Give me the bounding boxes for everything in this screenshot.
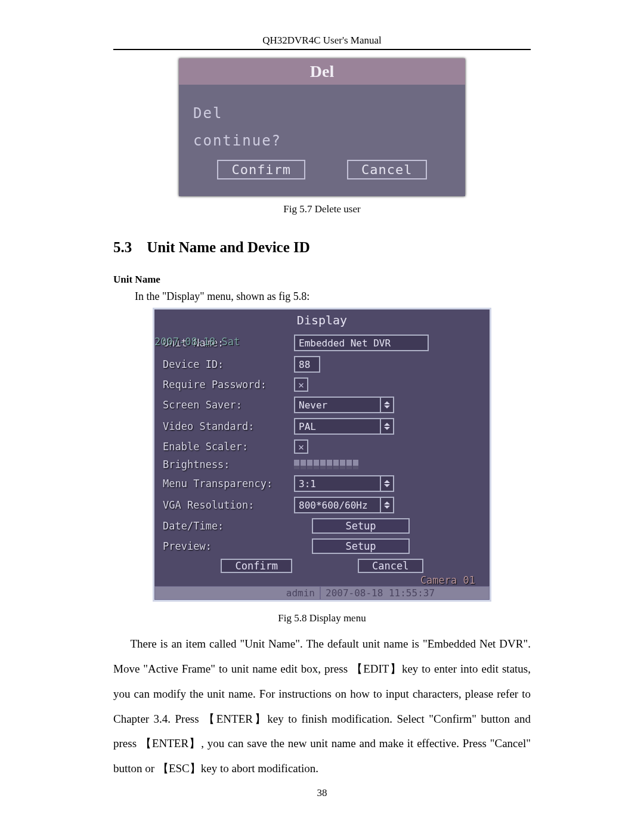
unit-name-input[interactable] [294, 335, 429, 351]
page-number: 38 [113, 787, 531, 799]
label-device-id: Device ID: [163, 358, 288, 370]
subheading-unit-name: Unit Name [113, 274, 531, 286]
figure-5-7-caption: Fig 5.7 Delete user [113, 203, 531, 215]
spinner-icon[interactable] [381, 475, 394, 492]
menu-transparency-value[interactable] [294, 475, 381, 492]
figure-5-8-caption: Fig 5.8 Display menu [113, 612, 531, 624]
menu-transparency-select[interactable] [294, 475, 394, 492]
enable-scaler-checkbox[interactable]: ✕ [294, 439, 308, 454]
screen-saver-select[interactable] [294, 397, 394, 413]
label-preview: Preview: [163, 540, 288, 552]
spinner-icon[interactable] [381, 418, 394, 435]
brightness-slider[interactable] [294, 460, 358, 469]
label-screen-saver: Screen Saver: [163, 399, 288, 411]
display-cancel-button[interactable]: Cancel [358, 559, 423, 573]
spinner-icon[interactable] [381, 397, 394, 413]
display-confirm-button[interactable]: Confirm [221, 559, 292, 573]
status-bar: admin 2007-08-18 11:55:37 [154, 586, 490, 600]
status-time: 2007-08-18 11:55:37 [320, 586, 490, 600]
status-user: admin [154, 586, 320, 600]
dialog-title: Del [179, 58, 465, 85]
preview-setup-button[interactable]: Setup [312, 538, 410, 554]
display-menu-title: Display [154, 313, 490, 327]
device-id-input[interactable] [294, 356, 320, 373]
cancel-button[interactable]: Cancel [347, 160, 426, 179]
dialog-line2: continue? [193, 132, 451, 149]
label-menu-transparency: Menu Transparency: [163, 478, 288, 490]
vga-resolution-value[interactable] [294, 497, 381, 513]
label-vga-resolution: VGA Resolution: [163, 499, 288, 511]
video-standard-value[interactable] [294, 418, 381, 435]
label-enable-scaler: Enable Scaler: [163, 441, 288, 453]
camera-label: Camera 01 [163, 574, 475, 586]
spinner-icon[interactable] [381, 497, 394, 513]
date-time-setup-button[interactable]: Setup [312, 518, 410, 534]
label-unit-name: 2007-08-18 Sat Unit Name: [163, 337, 288, 349]
section-heading: 5.3 Unit Name and Device ID [113, 239, 531, 256]
confirm-button[interactable]: Confirm [217, 160, 305, 179]
dialog-line1: Del [193, 105, 451, 122]
paragraph-body: There is an item called "Unit Name". The… [113, 631, 531, 781]
label-brightness: Brightness: [163, 459, 288, 470]
label-date-time: Date/Time: [163, 520, 288, 532]
require-password-checkbox[interactable]: ✕ [294, 377, 308, 392]
label-video-standard: Video Standard: [163, 420, 288, 432]
label-require-password: Require Password: [163, 379, 288, 391]
page-header: QH32DVR4C User's Manual [113, 35, 531, 50]
vga-resolution-select[interactable] [294, 497, 394, 513]
video-standard-select[interactable] [294, 418, 394, 435]
intro-line: In the "Display" menu, shown as fig 5.8: [113, 289, 531, 304]
delete-user-dialog: Del Del continue? Confirm Cancel [179, 58, 465, 196]
display-menu: Display 2007-08-18 Sat Unit Name: Device… [153, 308, 491, 602]
screen-saver-value[interactable] [294, 397, 381, 413]
